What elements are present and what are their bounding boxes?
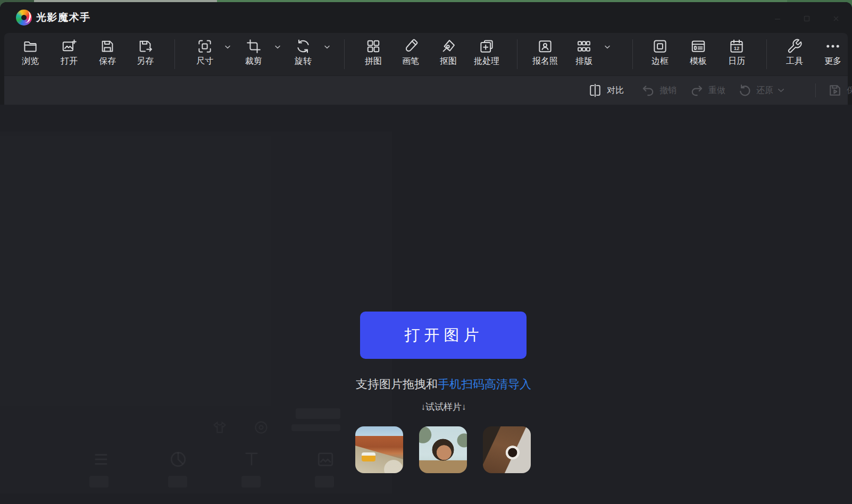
toolbar-calendar-label: 日历 — [728, 56, 745, 67]
save-play-icon — [828, 83, 842, 98]
dimmed-background-panel — [0, 131, 392, 493]
secondary-bar-wrap: 对比 撤销 重做 还原 — [0, 75, 852, 105]
toolbar-save-as-label: 另存 — [137, 56, 154, 67]
sample-desk-flatlay[interactable] — [483, 426, 531, 473]
toolbar-divider — [344, 39, 345, 69]
id-card-icon — [537, 37, 553, 55]
svg-text:12: 12 — [734, 45, 740, 51]
toolbar-batch-button[interactable]: 批处理 — [461, 37, 512, 67]
redo-label: 重做 — [708, 85, 725, 96]
divider — [815, 83, 816, 97]
pen-nib-icon — [440, 37, 456, 55]
toolbar-tools-label: 工具 — [786, 56, 803, 67]
chevron-down-icon[interactable] — [778, 88, 784, 93]
toolbar-id-photo-label: 报名照 — [532, 56, 558, 67]
toolbar-wrap: 浏览 打开 保存 另存 — [0, 33, 852, 75]
secondary-toolbar: 对比 撤销 重做 还原 — [4, 75, 848, 105]
image-plus-icon — [61, 37, 77, 55]
folder-icon — [22, 37, 38, 55]
hint-text: 支持图片拖拽和 — [356, 377, 438, 391]
maximize-icon[interactable] — [803, 15, 811, 24]
ellipsis-icon — [825, 37, 841, 55]
toolbar-resize-label: 尺寸 — [196, 56, 213, 67]
toolbar-resize-button[interactable]: 尺寸 — [179, 37, 230, 67]
toolbar-divider — [174, 39, 175, 69]
toolbar-calendar-button[interactable]: 12 日历 — [711, 37, 762, 67]
sample-desert-road[interactable] — [355, 426, 403, 473]
undo-label: 撤销 — [659, 85, 676, 96]
paint-brush-icon — [403, 37, 419, 55]
toolbar-template-label: 模板 — [690, 56, 707, 67]
open-image-button[interactable]: 打开图片 — [360, 312, 527, 359]
toolbar-divider — [632, 39, 633, 69]
compare-label: 对比 — [607, 85, 624, 96]
minimize-icon[interactable] — [774, 15, 781, 24]
title-bar: 光影魔术手 — [0, 2, 852, 33]
batch-plus-icon — [479, 37, 495, 55]
toolbar-divider — [517, 39, 517, 69]
save-edited-label: 保存 — [847, 85, 852, 96]
calendar-12-icon: 12 — [729, 37, 745, 55]
restore-label: 还原 — [756, 85, 773, 96]
redo-icon — [690, 83, 704, 98]
crop-icon — [246, 37, 262, 55]
phone-scan-import-link[interactable]: 手机扫码高清导入 — [438, 377, 531, 391]
floppy-export-icon — [137, 37, 153, 55]
grid-3x2-icon — [576, 37, 592, 55]
toolbar-crop-button[interactable]: 裁剪 — [228, 37, 279, 67]
toolbar-divider — [766, 39, 767, 69]
toolbar-save-label: 保存 — [99, 56, 116, 67]
restore-button[interactable]: 还原 — [738, 76, 784, 105]
rotate-icon — [295, 37, 311, 55]
save-edited-button[interactable]: 保存 — [828, 76, 852, 105]
toolbar-batch-label: 批处理 — [474, 56, 499, 67]
toolbar-rotate-label: 旋转 — [295, 56, 312, 67]
toolbar-more-button[interactable]: 更多 — [807, 37, 852, 67]
toolbar-more-label: 更多 — [824, 56, 841, 67]
app-logo-icon — [16, 10, 32, 26]
undo-button[interactable]: 撤销 — [641, 76, 676, 105]
toolbar-layout-button[interactable]: 排版 — [558, 37, 609, 67]
grid-2x2-icon — [365, 37, 381, 55]
toolbar-brush-label: 画笔 — [402, 56, 419, 67]
chevron-down-icon[interactable] — [324, 45, 330, 49]
close-icon[interactable] — [832, 15, 840, 24]
compare-split-icon — [588, 83, 603, 98]
wrench-icon — [787, 37, 803, 55]
toolbar-collage-label: 拼图 — [365, 56, 382, 67]
compare-button[interactable]: 对比 — [588, 76, 624, 105]
toolbar-save-as-button[interactable]: 另存 — [120, 37, 171, 67]
sample-smiling-woman[interactable] — [419, 426, 467, 473]
toolbar-browse-label: 浏览 — [22, 56, 39, 67]
main-toolbar: 浏览 打开 保存 另存 — [4, 33, 848, 75]
undo-icon — [641, 83, 655, 98]
restore-icon — [738, 83, 752, 98]
border-icon — [652, 37, 668, 55]
canvas-area: 打开图片 支持图片拖拽和手机扫码高清导入 ↓试试样片↓ — [0, 105, 852, 504]
app-window: 光影魔术手 浏览 打开 — [0, 0, 852, 504]
samples-caption: ↓试试样片↓ — [231, 401, 656, 413]
toolbar-cutout-label: 抠图 — [440, 56, 457, 67]
toolbar-rotate-button[interactable]: 旋转 — [278, 37, 329, 67]
toolbar-open-label: 打开 — [61, 56, 78, 67]
template-window-icon — [690, 37, 706, 55]
sample-thumbnails — [355, 426, 531, 473]
toolbar-crop-label: 裁剪 — [245, 56, 262, 67]
chevron-down-icon[interactable] — [605, 45, 611, 49]
toolbar-layout-label: 排版 — [575, 56, 592, 67]
logo-swoosh — [21, 10, 32, 23]
redo-button[interactable]: 重做 — [690, 76, 725, 105]
toolbar-border-label: 边框 — [651, 56, 669, 67]
main-window: 光影魔术手 浏览 打开 — [0, 2, 852, 504]
resize-frame-icon — [197, 37, 213, 55]
floppy-icon — [99, 37, 115, 55]
import-hint: 支持图片拖拽和手机扫码高清导入 — [231, 376, 656, 392]
app-title: 光影魔术手 — [36, 2, 91, 33]
